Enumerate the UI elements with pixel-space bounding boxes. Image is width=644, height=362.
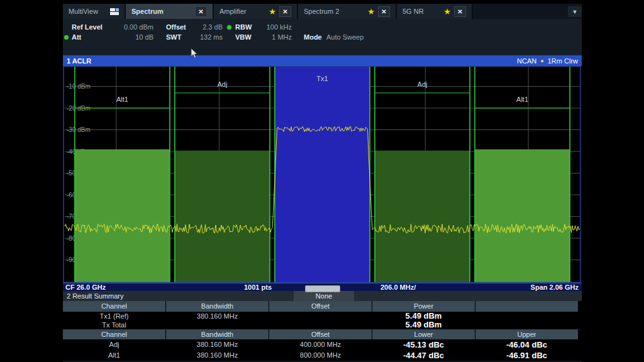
result-summary-window: 2 Result Summary None Channel Bandwidth … bbox=[63, 291, 582, 361]
svg-text:Adj: Adj bbox=[418, 80, 428, 88]
column-header: Offset bbox=[269, 329, 372, 339]
att-label: Att bbox=[72, 33, 81, 41]
channel-bandwidth: 380.160 MHz bbox=[166, 350, 269, 361]
swt-label: SWT bbox=[166, 33, 181, 41]
channel-offset bbox=[269, 321, 372, 329]
ncan-badge: NCAN bbox=[517, 57, 536, 65]
aclr-upper: -46.91 dBc bbox=[475, 350, 579, 361]
table-row: Tx Total 5.49 dBm bbox=[63, 321, 582, 330]
close-icon[interactable]: ✕ bbox=[378, 6, 390, 17]
rbw-label: RBW bbox=[235, 23, 252, 31]
tab-spectrum-2-label: Spectrum 2 bbox=[304, 8, 339, 15]
analyzer-app-window: MultiView Spectrum ✕ Amplifier ★ ✕ Spect… bbox=[63, 4, 582, 362]
tab-spectrum[interactable]: Spectrum ✕ bbox=[126, 4, 214, 19]
offset-label: Offset bbox=[166, 23, 186, 31]
svg-text:-30 dBm: -30 dBm bbox=[67, 126, 91, 133]
tab-spectrum-2[interactable]: Spectrum 2 ★ ✕ bbox=[298, 4, 397, 19]
channel-offset: 800.000 MHz bbox=[269, 350, 372, 361]
column-header: Lower bbox=[372, 329, 475, 339]
channel-offset: 400.000 MHz bbox=[269, 339, 372, 350]
channel-power: 5.49 dBm bbox=[372, 321, 475, 329]
star-icon: ★ bbox=[367, 8, 375, 16]
tab-multiview[interactable]: MultiView bbox=[63, 4, 126, 19]
close-icon[interactable]: ✕ bbox=[454, 6, 466, 17]
offset-value[interactable]: 2.3 dB bbox=[191, 23, 223, 31]
spectrum-plot: -10 dBm-20 dBm-30 dBm-40 dBm-50 dBm-60 d… bbox=[63, 66, 582, 283]
tx-table-header-row: Channel Bandwidth Offset Power bbox=[63, 301, 582, 312]
tab-5g-nr-label: 5G NR bbox=[402, 8, 424, 15]
column-header: Channel bbox=[63, 329, 166, 339]
star-icon: ★ bbox=[443, 8, 451, 16]
column-header bbox=[475, 301, 579, 312]
att-value[interactable]: 10 dB bbox=[116, 33, 153, 41]
close-icon[interactable]: ✕ bbox=[279, 6, 291, 17]
channel-offset bbox=[269, 312, 372, 321]
mode-label: Mode bbox=[304, 33, 322, 41]
table-row: Tx1 (Ref) 380.160 MHz 5.49 dBm bbox=[63, 312, 582, 321]
svg-text:Tx1: Tx1 bbox=[316, 75, 328, 82]
mode-value[interactable]: Auto Sweep bbox=[326, 33, 364, 41]
svg-text:Alt1: Alt1 bbox=[116, 96, 128, 103]
rbw-status-led-icon bbox=[227, 25, 231, 30]
column-header: Channel bbox=[63, 301, 166, 312]
close-icon[interactable]: ✕ bbox=[195, 6, 207, 17]
channel-bandwidth: 380.160 MHz bbox=[166, 339, 269, 350]
tab-multiview-label: MultiView bbox=[69, 8, 98, 15]
column-header: Power bbox=[372, 301, 475, 312]
trace-marker-icon: ● bbox=[540, 58, 543, 64]
tab-overflow-dropdown[interactable]: ▼ bbox=[568, 6, 582, 17]
mouse-cursor bbox=[191, 48, 198, 59]
aclr-upper: -46.04 dBc bbox=[475, 339, 579, 350]
channel-bandwidth: 380.160 MHz bbox=[166, 312, 269, 321]
empty-cell bbox=[475, 312, 579, 321]
table-row: Alt1 380.160 MHz 800.000 MHz -44.47 dBc … bbox=[63, 350, 582, 361]
table-row: Adj 380.160 MHz 400.000 MHz -45.13 dBc -… bbox=[63, 339, 582, 351]
aclr-lower: -45.13 dBc bbox=[372, 339, 475, 350]
measurement-settings-bar: Ref Level 0.00 dBm Offset 2.3 dB RBW 100… bbox=[63, 19, 582, 55]
tab-5g-nr[interactable]: 5G NR ★ ✕ bbox=[397, 4, 473, 19]
adj-table-header-row: Channel Bandwidth Offset Lower Upper bbox=[63, 329, 582, 339]
swt-value[interactable]: 132 ms bbox=[191, 33, 223, 41]
window-splitter-handle[interactable] bbox=[305, 285, 340, 292]
multiview-grid-icon bbox=[110, 8, 119, 15]
ref-level-label: Ref Level bbox=[72, 23, 103, 31]
rbw-value[interactable]: 100 kHz bbox=[252, 23, 292, 31]
channel-name: Tx1 (Ref) bbox=[63, 312, 166, 321]
aclr-lower: -44.47 dBc bbox=[372, 350, 475, 361]
channel-name: Tx Total bbox=[63, 321, 166, 329]
channel-power: 5.49 dBm bbox=[372, 312, 475, 321]
star-icon: ★ bbox=[269, 8, 276, 16]
tab-spectrum-label: Spectrum bbox=[131, 8, 164, 15]
tab-amplifier-label: Amplifier bbox=[219, 8, 247, 15]
att-status-led-icon bbox=[64, 35, 69, 40]
vbw-label: VBW bbox=[235, 33, 252, 41]
chevron-down-icon: ▼ bbox=[572, 9, 578, 15]
result-summary-mode-selector[interactable]: None bbox=[294, 291, 354, 301]
svg-text:-10 dBm: -10 dBm bbox=[67, 83, 91, 90]
result-summary-title: 2 Result Summary bbox=[67, 292, 123, 300]
column-header: Bandwidth bbox=[166, 329, 269, 339]
column-header: Offset bbox=[269, 301, 372, 312]
empty-cell bbox=[475, 321, 579, 329]
trace-mode-badge: 1Rm Clrw bbox=[548, 57, 578, 65]
aclr-window-title: 1 ACLR bbox=[67, 57, 91, 65]
spectrum-plot-area: -10 dBm-20 dBm-30 dBm-40 dBm-50 dBm-60 d… bbox=[63, 66, 582, 283]
column-header: Bandwidth bbox=[166, 301, 269, 312]
aclr-window-header: 1 ACLR NCAN ● 1Rm Clrw bbox=[63, 55, 582, 66]
ref-level-value[interactable]: 0.00 dBm bbox=[116, 23, 153, 31]
tab-amplifier[interactable]: Amplifier ★ ✕ bbox=[214, 4, 298, 19]
column-header: Upper bbox=[475, 329, 579, 339]
result-summary-header: 2 Result Summary None bbox=[63, 291, 582, 301]
channel-name: Alt1 bbox=[63, 350, 166, 361]
vbw-value[interactable]: 1 MHz bbox=[252, 33, 292, 41]
channel-tab-bar: MultiView Spectrum ✕ Amplifier ★ ✕ Spect… bbox=[63, 4, 582, 19]
svg-text:Alt1: Alt1 bbox=[516, 96, 528, 103]
svg-text:Adj: Adj bbox=[218, 80, 228, 88]
channel-name: Adj bbox=[63, 339, 166, 350]
channel-bandwidth bbox=[166, 321, 269, 329]
